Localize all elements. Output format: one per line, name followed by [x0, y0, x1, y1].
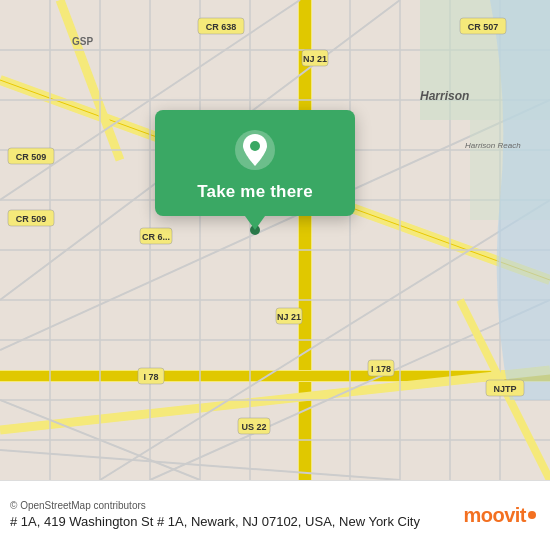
moovit-dot [528, 511, 536, 519]
moovit-logo: moovit [463, 504, 536, 527]
osm-credit: © OpenStreetMap contributors [10, 500, 453, 511]
map-background: CR 638 CR 507 CR 509 CR 509 NJ 21 NJ 21 … [0, 0, 550, 480]
svg-text:NJ 21: NJ 21 [277, 312, 301, 322]
moovit-logo-text: moovit [463, 504, 526, 527]
svg-text:I 78: I 78 [143, 372, 158, 382]
take-me-there-card[interactable]: Take me there [155, 110, 355, 216]
svg-text:CR 638: CR 638 [206, 22, 237, 32]
svg-text:CR 6...: CR 6... [142, 232, 170, 242]
take-me-there-label: Take me there [197, 182, 313, 202]
svg-text:Harrison: Harrison [420, 89, 469, 103]
svg-text:NJ 21: NJ 21 [303, 54, 327, 64]
address-line: # 1A, 419 Washington St # 1A, Newark, NJ… [10, 513, 453, 531]
osm-credit-text: © OpenStreetMap contributors [10, 500, 146, 511]
info-text-block: © OpenStreetMap contributors # 1A, 419 W… [10, 500, 453, 531]
svg-text:CR 509: CR 509 [16, 214, 47, 224]
svg-text:US 22: US 22 [241, 422, 266, 432]
map-container: CR 638 CR 507 CR 509 CR 509 NJ 21 NJ 21 … [0, 0, 550, 480]
svg-text:I 178: I 178 [371, 364, 391, 374]
svg-text:CR 509: CR 509 [16, 152, 47, 162]
svg-text:CR 507: CR 507 [468, 22, 499, 32]
info-bar: © OpenStreetMap contributors # 1A, 419 W… [0, 480, 550, 550]
svg-text:Harrison Reach: Harrison Reach [465, 141, 521, 150]
svg-text:GSP: GSP [72, 36, 93, 47]
svg-text:NJTP: NJTP [493, 384, 516, 394]
svg-point-64 [250, 141, 260, 151]
location-pin-icon [233, 128, 277, 172]
